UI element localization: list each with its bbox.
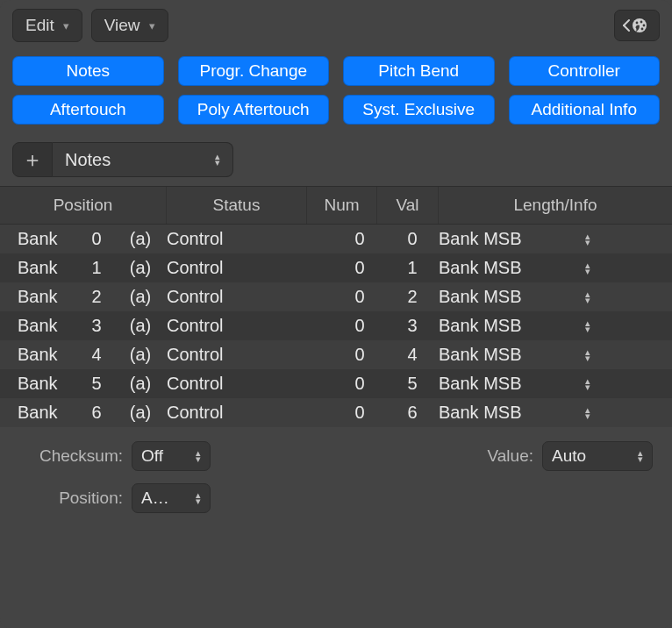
cell-info: Bank MSB [439,403,570,423]
svg-point-1 [636,22,639,25]
add-event-button[interactable]: ＋ [12,142,53,177]
cell-num: 0 [333,374,386,394]
svg-point-4 [641,28,644,31]
position-label: Position: [19,489,123,508]
table-row[interactable]: Bank2(a)Control02Bank MSB▴▾ [0,282,672,311]
cell-status: Control [167,258,333,278]
cell-channel: (a) [114,403,167,423]
event-type-select[interactable]: Notes ▴▾ [53,142,233,177]
cell-val: 6 [386,403,439,423]
row-stepper[interactable]: ▴▾ [570,320,605,332]
position-select[interactable]: A… ▴▾ [132,483,211,513]
cell-val: 4 [386,345,439,365]
chevron-down-icon: ▾ [63,19,69,32]
table-row[interactable]: Bank3(a)Control03Bank MSB▴▾ [0,311,672,340]
palette-button[interactable] [614,10,660,41]
cell-num: 0 [333,345,386,365]
cell-info: Bank MSB [439,258,570,278]
footer-controls: Checksum: Off ▴▾ Value: Auto ▴▾ Position… [0,427,672,628]
cell-index: 6 [79,403,114,423]
filter-notes[interactable]: Notes [12,56,164,86]
header-val[interactable]: Val [377,187,439,224]
position-value: A… [141,489,169,508]
table-body: Bank0(a)Control00Bank MSB▴▾Bank1(a)Contr… [0,225,672,427]
cell-bank: Bank [18,287,79,307]
cell-status: Control [167,345,333,365]
header-position[interactable]: Position [0,187,167,224]
cell-info: Bank MSB [439,316,570,336]
cell-val: 1 [386,258,439,278]
svg-point-3 [643,25,646,27]
cell-bank: Bank [18,374,79,394]
row-stepper[interactable]: ▴▾ [570,291,605,303]
cell-status: Control [167,287,333,307]
edit-menu[interactable]: Edit ▾ [12,9,82,42]
filter-sysex[interactable]: Syst. Exclusive [343,95,495,125]
plus-icon: ＋ [22,146,43,174]
cell-channel: (a) [114,258,167,278]
cell-status: Control [167,374,333,394]
updown-icon: ▴▾ [638,450,643,462]
table-row[interactable]: Bank0(a)Control00Bank MSB▴▾ [0,225,672,253]
event-table: Position Status Num Val Length/Info Bank… [0,186,672,427]
checksum-value: Off [141,446,163,466]
updown-icon: ▴▾ [570,320,605,332]
cell-val: 3 [386,316,439,336]
filter-additional-info[interactable]: Additional Info [509,95,661,125]
checksum-row: Checksum: Off ▴▾ Value: Auto ▴▾ [19,441,653,471]
filter-aftertouch[interactable]: Aftertouch [12,95,164,125]
table-row[interactable]: Bank5(a)Control05Bank MSB▴▾ [0,369,672,398]
cell-channel: (a) [114,287,167,307]
cell-bank: Bank [18,258,79,278]
row-stepper[interactable]: ▴▾ [570,349,605,361]
cell-index: 0 [79,229,114,249]
edit-menu-label: Edit [25,16,54,35]
add-event-bar: ＋ Notes ▴▾ [0,139,672,186]
updown-icon: ▴▾ [196,492,201,504]
top-toolbar: Edit ▾ View ▾ [0,0,672,49]
filter-poly-aftertouch[interactable]: Poly Aftertouch [178,95,330,125]
header-num[interactable]: Num [307,187,377,224]
cell-bank: Bank [18,403,79,423]
event-type-label: Notes [65,150,111,170]
row-stepper[interactable]: ▴▾ [570,407,605,419]
cell-num: 0 [333,229,386,249]
updown-icon: ▴▾ [570,233,605,246]
filter-pitch-bend[interactable]: Pitch Bend [343,56,495,86]
cell-val: 0 [386,229,439,249]
updown-icon: ▴▾ [570,262,605,275]
cell-bank: Bank [18,316,79,336]
table-row[interactable]: Bank1(a)Control01Bank MSB▴▾ [0,253,672,282]
view-menu-label: View [104,16,140,35]
cell-status: Control [167,316,333,336]
row-stepper[interactable]: ▴▾ [570,233,605,246]
row-stepper[interactable]: ▴▾ [570,262,605,275]
header-status[interactable]: Status [167,187,307,224]
updown-icon: ▴▾ [196,450,201,462]
value-label: Value: [488,446,533,466]
row-stepper[interactable]: ▴▾ [570,378,605,390]
value-select[interactable]: Auto ▴▾ [542,441,653,471]
cell-index: 5 [79,374,114,394]
updown-icon: ▴▾ [570,349,605,361]
cell-num: 0 [333,258,386,278]
filter-controller[interactable]: Controller [509,56,661,86]
updown-icon: ▴▾ [570,291,605,303]
table-row[interactable]: Bank6(a)Control06Bank MSB▴▾ [0,398,672,427]
cell-index: 2 [79,287,114,307]
cell-bank: Bank [18,229,79,249]
cell-val: 5 [386,374,439,394]
view-menu[interactable]: View ▾ [91,9,168,42]
filter-program-change[interactable]: Progr. Change [178,56,330,86]
table-header: Position Status Num Val Length/Info [0,186,672,225]
header-length-info[interactable]: Length/Info [439,187,672,224]
cell-index: 1 [79,258,114,278]
table-row[interactable]: Bank4(a)Control04Bank MSB▴▾ [0,340,672,369]
value-value: Auto [552,446,586,466]
cell-channel: (a) [114,374,167,394]
cell-val: 2 [386,287,439,307]
checksum-select[interactable]: Off ▴▾ [132,441,211,471]
filter-row-2: Aftertouch Poly Aftertouch Syst. Exclusi… [12,95,660,125]
position-row: Position: A… ▴▾ [19,483,653,513]
cell-index: 4 [79,345,114,365]
